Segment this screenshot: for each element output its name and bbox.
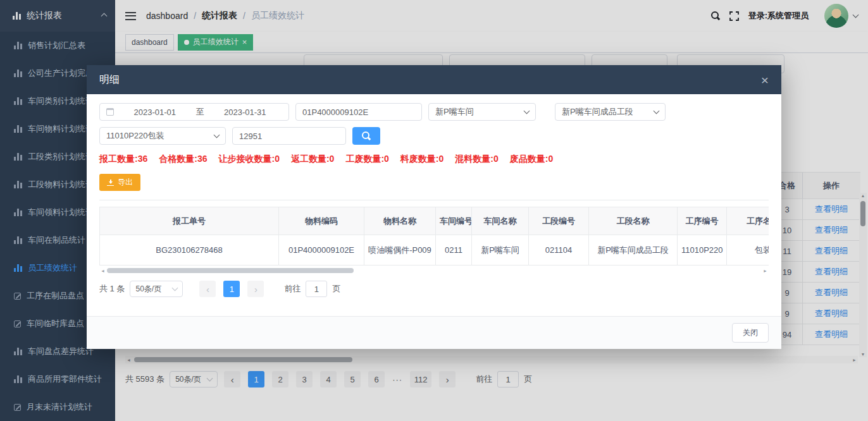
goto-page-input[interactable]: 1 — [306, 281, 327, 297]
total-count-label: 共 1 条 — [99, 283, 125, 295]
stat-qualified: 合格数量:36 — [159, 154, 207, 165]
col-report-no: 报工单号 — [100, 207, 279, 235]
page-button-1[interactable]: 1 — [223, 281, 240, 297]
date-range-picker[interactable]: 2023-01-01 至 2023-01-31 — [99, 103, 289, 121]
modal-header: 明细 × — [87, 65, 781, 94]
stat-concession: 让步接收数量:0 — [218, 154, 279, 165]
stat-reported: 报工数量:36 — [99, 154, 147, 165]
divider — [99, 200, 769, 200]
app-screen: 统计报表 销售计划汇总表 公司生产计划完成统计 车间类别计划统计 车间物料计划统… — [0, 0, 868, 421]
prev-page-button[interactable]: ‹ — [199, 281, 216, 297]
scroll-left-icon[interactable]: ◄ — [101, 269, 105, 273]
date-range-separator: 至 — [196, 106, 204, 118]
date-start[interactable]: 2023-01-01 — [118, 107, 192, 117]
search-icon — [362, 131, 371, 140]
page-unit-label: 页 — [332, 283, 340, 295]
date-end[interactable]: 2023-01-31 — [208, 107, 283, 117]
stat-mixed-material: 混料数量:0 — [455, 154, 498, 165]
chevron-down-icon — [654, 108, 660, 114]
modal-close-icon[interactable]: × — [761, 73, 769, 87]
report-no-input[interactable]: 12951 — [232, 127, 346, 145]
goto-label: 前往 — [284, 283, 301, 295]
filter-row-2: 11010P220包装 12951 — [99, 127, 769, 145]
summary-stats: 报工数量:36 合格数量:36 让步接收数量:0 返工数量:0 工废数量:0 料… — [99, 154, 769, 165]
scrollbar-thumb[interactable] — [107, 268, 354, 273]
material-code-input[interactable]: 01P4000009102E — [295, 103, 422, 121]
chevron-down-icon — [524, 108, 530, 114]
col-workshop-no: 车间编号 — [436, 207, 472, 235]
stat-material-scrap: 料废数量:0 — [400, 154, 443, 165]
detail-table-wrap: 报工单号 物料编码 物料名称 车间编号 车间名称 工段编号 工段名称 工序编号 … — [99, 207, 769, 265]
table-header-row: 报工单号 物料编码 物料名称 车间编号 车间名称 工段编号 工段名称 工序编号 … — [100, 207, 769, 235]
modal-footer: 关闭 — [87, 316, 781, 349]
process-select[interactable]: 11010P220包装 — [99, 127, 226, 145]
next-page-button[interactable]: › — [247, 281, 264, 297]
modal-body: 2023-01-01 至 2023-01-31 01P4000009102E 新… — [87, 94, 781, 316]
col-process-no: 工序编号 — [678, 207, 727, 235]
download-icon — [107, 180, 114, 186]
export-button[interactable]: 导出 — [99, 174, 140, 191]
modal-horizontal-scrollbar[interactable]: ◄ ► — [99, 267, 769, 274]
col-material-code: 物料编码 — [279, 207, 364, 235]
close-modal-button[interactable]: 关闭 — [732, 323, 769, 343]
col-process-name: 工序名称 — [727, 207, 769, 235]
detail-table: 报工单号 物料编码 物料名称 车间编号 车间名称 工段编号 工段名称 工序编号 … — [99, 207, 769, 265]
detail-modal: 明细 × 2023-01-01 至 2023-01-31 01P40000091… — [87, 65, 781, 349]
scroll-right-icon[interactable]: ► — [763, 269, 767, 273]
table-row: BG230106278468 01P4000009102E 喷油嘴偶件-P009… — [100, 235, 769, 265]
modal-title: 明细 — [99, 73, 120, 87]
workshop-select[interactable]: 新P嘴车间 — [428, 103, 536, 121]
section-select[interactable]: 新P嘴车间成品工段 — [555, 103, 666, 121]
col-section-no: 工段编号 — [529, 207, 589, 235]
col-workshop-name: 车间名称 — [472, 207, 529, 235]
col-section-name: 工段名称 — [589, 207, 678, 235]
stat-waste: 废品数量:0 — [510, 154, 553, 165]
filter-row-1: 2023-01-01 至 2023-01-31 01P4000009102E 新… — [99, 103, 769, 121]
chevron-down-icon — [172, 285, 178, 291]
calendar-icon — [106, 108, 114, 116]
search-button[interactable] — [352, 127, 380, 145]
page-size-select[interactable]: 50条/页 — [130, 281, 183, 297]
stat-rework: 返工数量:0 — [291, 154, 334, 165]
chevron-down-icon — [214, 132, 220, 138]
col-material-name: 物料名称 — [364, 207, 436, 235]
stat-process-scrap: 工废数量:0 — [345, 154, 388, 165]
modal-pagination: 共 1 条 50条/页 ‹ 1 › 前往 1 页 — [99, 281, 769, 297]
